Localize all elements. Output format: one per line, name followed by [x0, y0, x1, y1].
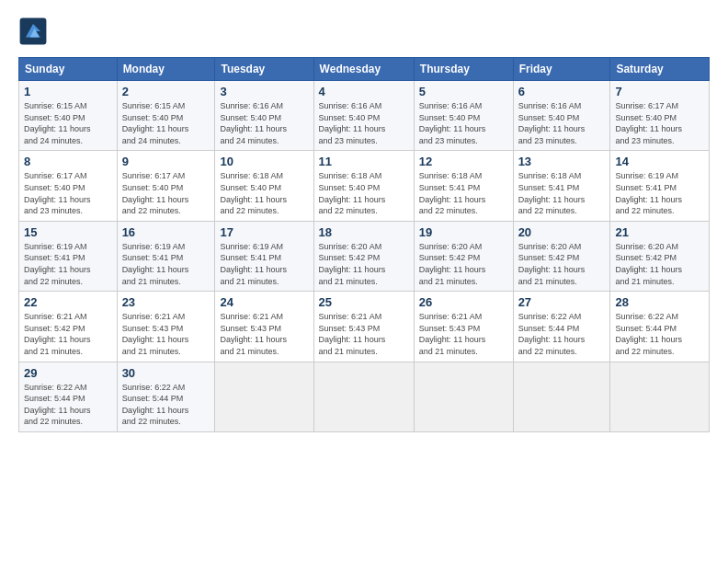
day-cell: 10Sunrise: 6:18 AM Sunset: 5:40 PM Dayli…	[215, 151, 313, 221]
day-number: 2	[122, 85, 210, 98]
day-cell: 1Sunrise: 6:15 AM Sunset: 5:40 PM Daylig…	[19, 81, 118, 151]
day-info: Sunrise: 6:22 AM Sunset: 5:44 PM Dayligh…	[518, 311, 606, 357]
day-cell: 20Sunrise: 6:20 AM Sunset: 5:42 PM Dayli…	[513, 221, 610, 291]
day-info: Sunrise: 6:22 AM Sunset: 5:44 PM Dayligh…	[615, 311, 704, 357]
day-cell: 3Sunrise: 6:16 AM Sunset: 5:40 PM Daylig…	[215, 81, 313, 151]
day-info: Sunrise: 6:20 AM Sunset: 5:42 PM Dayligh…	[319, 241, 409, 287]
day-info: Sunrise: 6:20 AM Sunset: 5:42 PM Dayligh…	[419, 241, 508, 287]
day-number: 15	[24, 225, 112, 239]
day-cell: 29Sunrise: 6:22 AM Sunset: 5:44 PM Dayli…	[19, 362, 118, 431]
day-cell: 15Sunrise: 6:19 AM Sunset: 5:41 PM Dayli…	[19, 221, 118, 291]
day-cell: 5Sunrise: 6:16 AM Sunset: 5:40 PM Daylig…	[414, 81, 513, 151]
day-cell: 7Sunrise: 6:17 AM Sunset: 5:40 PM Daylig…	[610, 81, 710, 151]
day-number: 16	[122, 225, 210, 239]
day-cell: 25Sunrise: 6:21 AM Sunset: 5:43 PM Dayli…	[313, 292, 414, 362]
day-cell	[313, 362, 414, 431]
day-cell	[513, 362, 610, 431]
day-info: Sunrise: 6:18 AM Sunset: 5:40 PM Dayligh…	[220, 170, 308, 216]
day-info: Sunrise: 6:22 AM Sunset: 5:44 PM Dayligh…	[24, 382, 112, 428]
day-number: 24	[220, 295, 308, 309]
week-row-3: 15Sunrise: 6:19 AM Sunset: 5:41 PM Dayli…	[19, 221, 710, 291]
day-info: Sunrise: 6:18 AM Sunset: 5:41 PM Dayligh…	[518, 170, 606, 216]
week-row-1: 1Sunrise: 6:15 AM Sunset: 5:40 PM Daylig…	[19, 81, 710, 151]
day-number: 17	[220, 225, 308, 239]
day-info: Sunrise: 6:16 AM Sunset: 5:40 PM Dayligh…	[220, 100, 308, 146]
day-info: Sunrise: 6:17 AM Sunset: 5:40 PM Dayligh…	[615, 100, 704, 146]
header-cell-thursday: Thursday	[414, 58, 513, 81]
header-row: SundayMondayTuesdayWednesdayThursdayFrid…	[19, 58, 710, 81]
day-info: Sunrise: 6:21 AM Sunset: 5:43 PM Dayligh…	[220, 311, 308, 357]
logo-icon	[18, 17, 48, 46]
day-number: 23	[122, 295, 210, 309]
day-info: Sunrise: 6:18 AM Sunset: 5:40 PM Dayligh…	[319, 170, 409, 216]
day-cell: 4Sunrise: 6:16 AM Sunset: 5:40 PM Daylig…	[313, 81, 414, 151]
day-info: Sunrise: 6:19 AM Sunset: 5:41 PM Dayligh…	[220, 241, 308, 287]
day-cell: 23Sunrise: 6:21 AM Sunset: 5:43 PM Dayli…	[117, 292, 215, 362]
logo	[18, 17, 51, 46]
header-cell-wednesday: Wednesday	[313, 58, 414, 81]
day-cell: 12Sunrise: 6:18 AM Sunset: 5:41 PM Dayli…	[414, 151, 513, 221]
day-info: Sunrise: 6:22 AM Sunset: 5:44 PM Dayligh…	[122, 382, 210, 428]
day-info: Sunrise: 6:19 AM Sunset: 5:41 PM Dayligh…	[615, 170, 704, 216]
day-info: Sunrise: 6:15 AM Sunset: 5:40 PM Dayligh…	[24, 100, 112, 146]
calendar-table: SundayMondayTuesdayWednesdayThursdayFrid…	[18, 57, 710, 432]
day-cell: 8Sunrise: 6:17 AM Sunset: 5:40 PM Daylig…	[19, 151, 118, 221]
day-cell: 28Sunrise: 6:22 AM Sunset: 5:44 PM Dayli…	[610, 292, 710, 362]
day-number: 18	[319, 225, 409, 239]
day-cell: 26Sunrise: 6:21 AM Sunset: 5:43 PM Dayli…	[414, 292, 513, 362]
header-cell-tuesday: Tuesday	[215, 58, 313, 81]
calendar-body: 1Sunrise: 6:15 AM Sunset: 5:40 PM Daylig…	[19, 81, 710, 432]
day-number: 27	[518, 295, 606, 309]
day-number: 1	[24, 85, 112, 98]
day-cell	[610, 362, 710, 431]
week-row-2: 8Sunrise: 6:17 AM Sunset: 5:40 PM Daylig…	[19, 151, 710, 221]
day-number: 12	[419, 155, 508, 168]
day-info: Sunrise: 6:21 AM Sunset: 5:43 PM Dayligh…	[419, 311, 508, 357]
day-number: 6	[518, 85, 606, 98]
day-cell: 24Sunrise: 6:21 AM Sunset: 5:43 PM Dayli…	[215, 292, 313, 362]
day-number: 20	[518, 225, 606, 239]
header-cell-sunday: Sunday	[19, 58, 118, 81]
page: SundayMondayTuesdayWednesdayThursdayFrid…	[0, 0, 728, 563]
day-number: 7	[615, 85, 704, 98]
week-row-4: 22Sunrise: 6:21 AM Sunset: 5:42 PM Dayli…	[19, 292, 710, 362]
day-info: Sunrise: 6:19 AM Sunset: 5:41 PM Dayligh…	[24, 241, 112, 287]
day-info: Sunrise: 6:16 AM Sunset: 5:40 PM Dayligh…	[419, 100, 508, 146]
day-number: 14	[615, 155, 704, 168]
day-info: Sunrise: 6:17 AM Sunset: 5:40 PM Dayligh…	[24, 170, 112, 216]
day-cell	[414, 362, 513, 431]
day-cell: 21Sunrise: 6:20 AM Sunset: 5:42 PM Dayli…	[610, 221, 710, 291]
day-info: Sunrise: 6:20 AM Sunset: 5:42 PM Dayligh…	[518, 241, 606, 287]
day-number: 25	[319, 295, 409, 309]
day-info: Sunrise: 6:20 AM Sunset: 5:42 PM Dayligh…	[615, 241, 704, 287]
day-number: 9	[122, 155, 210, 168]
day-number: 30	[122, 366, 210, 380]
day-number: 21	[615, 225, 704, 239]
day-cell: 13Sunrise: 6:18 AM Sunset: 5:41 PM Dayli…	[513, 151, 610, 221]
header-cell-friday: Friday	[513, 58, 610, 81]
header-cell-saturday: Saturday	[610, 58, 710, 81]
day-cell: 27Sunrise: 6:22 AM Sunset: 5:44 PM Dayli…	[513, 292, 610, 362]
day-info: Sunrise: 6:17 AM Sunset: 5:40 PM Dayligh…	[122, 170, 210, 216]
day-number: 28	[615, 295, 704, 309]
day-number: 8	[24, 155, 112, 168]
day-number: 22	[24, 295, 112, 309]
day-cell: 17Sunrise: 6:19 AM Sunset: 5:41 PM Dayli…	[215, 221, 313, 291]
day-number: 26	[419, 295, 508, 309]
day-info: Sunrise: 6:18 AM Sunset: 5:41 PM Dayligh…	[419, 170, 508, 216]
day-info: Sunrise: 6:16 AM Sunset: 5:40 PM Dayligh…	[319, 100, 409, 146]
day-info: Sunrise: 6:21 AM Sunset: 5:42 PM Dayligh…	[24, 311, 112, 357]
day-cell	[215, 362, 313, 431]
day-info: Sunrise: 6:19 AM Sunset: 5:41 PM Dayligh…	[122, 241, 210, 287]
day-cell: 22Sunrise: 6:21 AM Sunset: 5:42 PM Dayli…	[19, 292, 118, 362]
day-number: 4	[319, 85, 409, 98]
day-number: 29	[24, 366, 112, 380]
day-cell: 14Sunrise: 6:19 AM Sunset: 5:41 PM Dayli…	[610, 151, 710, 221]
day-cell: 11Sunrise: 6:18 AM Sunset: 5:40 PM Dayli…	[313, 151, 414, 221]
day-number: 5	[419, 85, 508, 98]
day-info: Sunrise: 6:15 AM Sunset: 5:40 PM Dayligh…	[122, 100, 210, 146]
day-number: 11	[319, 155, 409, 168]
day-info: Sunrise: 6:16 AM Sunset: 5:40 PM Dayligh…	[518, 100, 606, 146]
day-cell: 19Sunrise: 6:20 AM Sunset: 5:42 PM Dayli…	[414, 221, 513, 291]
day-cell: 16Sunrise: 6:19 AM Sunset: 5:41 PM Dayli…	[117, 221, 215, 291]
